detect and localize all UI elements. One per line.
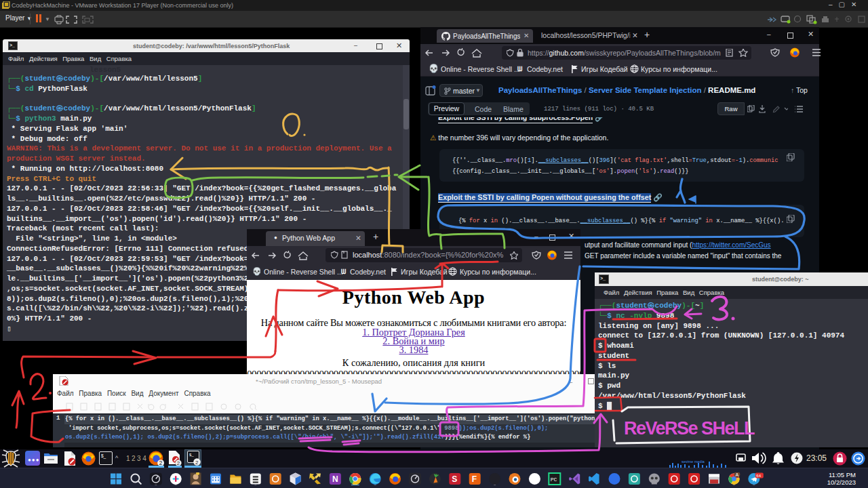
svg-text:ReVeRSe SHeLL: ReVeRSe SHeLL — [624, 418, 755, 439]
